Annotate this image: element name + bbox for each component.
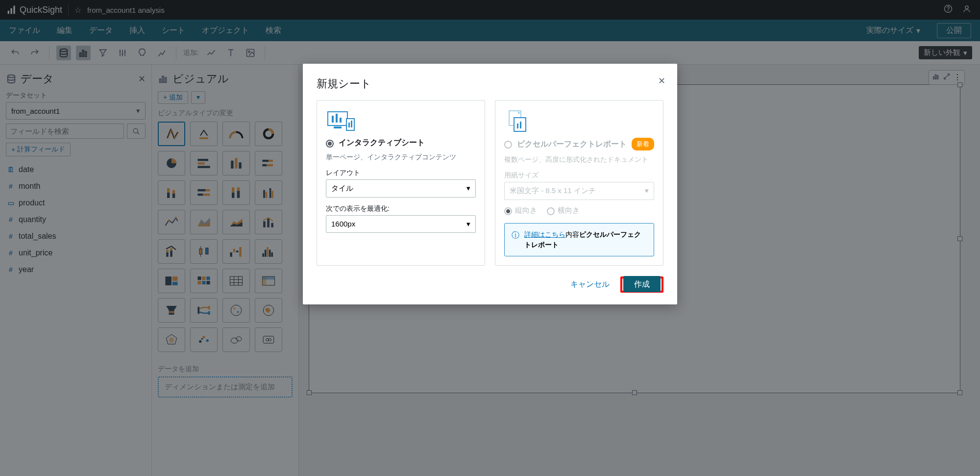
- pixel-perfect-label: ピクセルパーフェクトレポート: [517, 139, 627, 150]
- svg-rect-114: [351, 121, 352, 127]
- optimize-value: 1600px: [331, 220, 355, 228]
- info-icon: ⓘ: [512, 229, 519, 250]
- modal-title: 新規シート: [317, 76, 663, 91]
- create-button[interactable]: 作成: [623, 276, 661, 292]
- interactive-sheet-icon: [326, 108, 476, 133]
- modal-close-icon[interactable]: ✕: [658, 75, 665, 86]
- pixel-perfect-desc: 複数ページ、高度に形式化されたドキュメント: [504, 155, 654, 164]
- new-badge: 新着: [632, 138, 654, 150]
- orient-landscape-label: 横向き: [558, 206, 580, 215]
- pixel-perfect-icon: [504, 108, 654, 133]
- layout-label: レイアウト: [326, 169, 476, 177]
- radio-portrait: [504, 207, 512, 215]
- paper-size-dropdown: 米国文字 - 8.5 x 11 インチ ▾: [504, 182, 654, 200]
- new-sheet-modal: 新規シート ✕ インタラクティブシート 単一ページ、インタラクティブコンテンツ …: [303, 64, 677, 304]
- interactive-sheet-option[interactable]: インタラクティブシート 単一ページ、インタラクティブコンテンツ レイアウト タイ…: [317, 100, 485, 266]
- paper-size-label: 用紙サイズ: [504, 171, 654, 180]
- cancel-button[interactable]: キャンセル: [568, 276, 612, 294]
- pixel-perfect-option[interactable]: ピクセルパーフェクトレポート 新着 複数ページ、高度に形式化されたドキュメント …: [495, 100, 663, 266]
- svg-rect-109: [336, 114, 338, 123]
- orient-portrait-label: 縦向き: [515, 206, 537, 215]
- info-box: ⓘ 詳細はこちら内容ピクセルパーフェクトレポート: [504, 223, 654, 256]
- info-link[interactable]: 詳細はこちら: [524, 230, 565, 238]
- svg-rect-113: [348, 123, 350, 127]
- interactive-label: インタラクティブシート: [339, 138, 425, 148]
- svg-rect-111: [334, 126, 342, 128]
- svg-rect-112: [346, 119, 354, 130]
- radio-pixel-perfect[interactable]: [504, 141, 512, 149]
- radio-interactive[interactable]: [326, 140, 334, 148]
- info-text-mid: 内容: [565, 230, 579, 238]
- svg-rect-110: [340, 118, 342, 123]
- layout-dropdown[interactable]: タイル ▾: [326, 179, 476, 198]
- layout-value: タイル: [331, 184, 353, 193]
- radio-landscape: [547, 207, 555, 215]
- create-button-highlight: 作成: [620, 276, 663, 293]
- svg-rect-117: [517, 124, 518, 128]
- svg-rect-108: [332, 116, 334, 123]
- interactive-desc: 単一ページ、インタラクティブコンテンツ: [326, 153, 476, 162]
- optimize-label: 次での表示を最適化:: [326, 204, 476, 213]
- paper-size-value: 米国文字 - 8.5 x 11 インチ: [510, 186, 596, 196]
- optimize-dropdown[interactable]: 1600px ▾: [326, 215, 476, 233]
- svg-rect-118: [520, 122, 521, 128]
